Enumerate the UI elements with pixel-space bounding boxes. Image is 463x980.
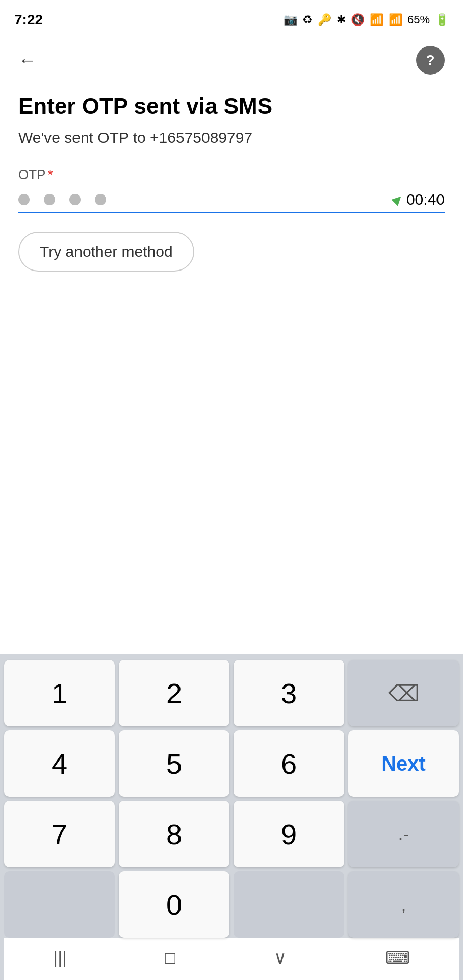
status-bar: 7:22 📷 ♻ 🔑 ✱ 🔇 📶 📶 65% 🔋 bbox=[0, 0, 463, 36]
otp-dot-4 bbox=[95, 194, 106, 205]
bluetooth-icon: ✱ bbox=[337, 13, 346, 27]
timer-area: 00:40 bbox=[393, 191, 445, 208]
nav-bar: ← ? bbox=[18, 46, 445, 75]
timer-text: 00:40 bbox=[406, 191, 445, 208]
key-dash-dot[interactable]: .- bbox=[348, 801, 459, 867]
main-content: ← ? Enter OTP sent via SMS We've sent OT… bbox=[0, 36, 463, 282]
otp-underline bbox=[18, 212, 445, 213]
camera-icon: 📷 bbox=[284, 13, 297, 27]
key-8[interactable]: 8 bbox=[119, 801, 229, 867]
otp-dots bbox=[18, 194, 106, 205]
key-empty-left bbox=[4, 871, 115, 938]
signal-icon: 📶 bbox=[389, 13, 402, 27]
next-button[interactable]: Next bbox=[348, 730, 459, 797]
bottom-nav: ||| □ ∨ ⌨ bbox=[4, 938, 459, 980]
keyboard-grid: 1 2 3 ⌫ 4 5 6 Next 7 8 9 .- 0 , bbox=[4, 660, 459, 938]
key-2[interactable]: 2 bbox=[119, 660, 229, 726]
key-empty-right bbox=[234, 871, 344, 938]
key-3[interactable]: 3 bbox=[234, 660, 344, 726]
battery-text: 65% bbox=[407, 13, 430, 27]
required-mark: * bbox=[47, 167, 53, 182]
nav-back-icon[interactable]: ||| bbox=[53, 948, 67, 968]
backspace-icon: ⌫ bbox=[388, 680, 420, 706]
nav-recent-icon[interactable]: ∨ bbox=[274, 947, 287, 968]
key-5[interactable]: 5 bbox=[119, 730, 229, 797]
otp-label: OTP* bbox=[18, 167, 445, 183]
mute-icon: 🔇 bbox=[351, 13, 365, 27]
key-0[interactable]: 0 bbox=[119, 871, 229, 938]
back-button[interactable]: ← bbox=[18, 50, 37, 71]
key-4[interactable]: 4 bbox=[4, 730, 115, 797]
otp-input-area: 00:40 bbox=[18, 191, 445, 208]
otp-dot-2 bbox=[44, 194, 55, 205]
key-1[interactable]: 1 bbox=[4, 660, 115, 726]
help-button[interactable]: ? bbox=[416, 46, 445, 75]
key-comma[interactable]: , bbox=[348, 871, 459, 938]
key-9[interactable]: 9 bbox=[234, 801, 344, 867]
otp-dot-1 bbox=[18, 194, 30, 205]
timer-indicator-icon bbox=[391, 193, 404, 206]
status-icons: 📷 ♻ 🔑 ✱ 🔇 📶 📶 65% 🔋 bbox=[284, 13, 449, 27]
keyboard-area: 1 2 3 ⌫ 4 5 6 Next 7 8 9 .- 0 , ||| □ ∨ … bbox=[0, 654, 463, 980]
key-6[interactable]: 6 bbox=[234, 730, 344, 797]
battery-icon: 🔋 bbox=[435, 13, 449, 27]
try-another-method-button[interactable]: Try another method bbox=[18, 232, 194, 272]
nav-keyboard-icon[interactable]: ⌨ bbox=[385, 947, 410, 968]
backspace-button[interactable]: ⌫ bbox=[348, 660, 459, 726]
sync-icon: ♻ bbox=[302, 13, 313, 27]
page-subtitle: We've sent OTP to +16575089797 bbox=[18, 129, 445, 146]
wifi-icon: 📶 bbox=[370, 13, 383, 27]
nav-home-icon[interactable]: □ bbox=[165, 948, 176, 968]
page-title: Enter OTP sent via SMS bbox=[18, 93, 445, 120]
key-7[interactable]: 7 bbox=[4, 801, 115, 867]
otp-dot-3 bbox=[69, 194, 81, 205]
key-icon: 🔑 bbox=[318, 13, 331, 27]
status-time: 7:22 bbox=[14, 12, 43, 28]
